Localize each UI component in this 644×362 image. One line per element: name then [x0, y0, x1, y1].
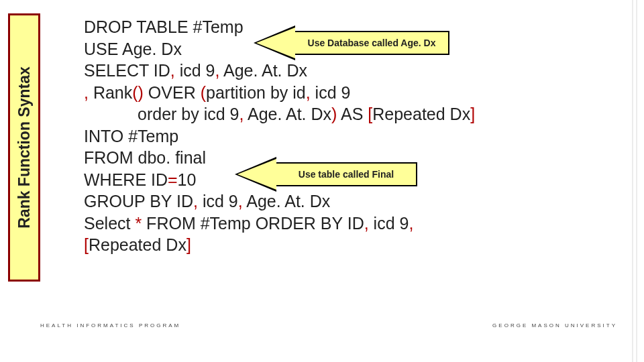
- code-line: [Repeated Dx]: [84, 234, 621, 256]
- punct-comma: ,: [193, 192, 198, 210]
- code-text: Select: [84, 214, 135, 233]
- punct-comma: ,: [409, 214, 413, 233]
- code-line: order by icd 9, Age. At. Dx) AS [Repeate…: [84, 103, 621, 125]
- code-line: SELECT ID, icd 9, Age. At. Dx: [84, 60, 621, 82]
- right-margin-decor: [631, 0, 644, 362]
- code-text: order by icd 9: [138, 105, 239, 123]
- code-text: DROP TABLE #Temp: [84, 17, 244, 36]
- code-text: WHERE ID: [84, 170, 168, 189]
- code-text: icd 9: [198, 192, 238, 210]
- punct-bracket: ]: [186, 235, 191, 254]
- punct-bracket: [: [84, 235, 89, 254]
- punct-paren: (: [201, 83, 206, 102]
- punct-comma: ,: [238, 192, 243, 210]
- side-label-text: Rank Function Syntax: [15, 66, 34, 229]
- code-line: INTO #Temp: [84, 125, 621, 147]
- callout-arrow-database: Use Database called Age. Dx: [254, 25, 455, 60]
- punct-comma: ,: [170, 61, 175, 80]
- code-text: FROM #Temp ORDER BY ID: [142, 214, 364, 233]
- code-line: Select * FROM #Temp ORDER BY ID, icd 9,: [84, 213, 621, 235]
- punct-paren: (): [132, 83, 144, 102]
- footer-left: HEALTH INFORMATICS PROGRAM: [40, 322, 180, 328]
- code-text: 10: [178, 170, 197, 189]
- side-label-box: Rank Function Syntax: [8, 13, 40, 282]
- code-text: icd 9: [311, 83, 351, 102]
- arrow-head-fill: [237, 159, 276, 190]
- code-text: Repeated Dx: [89, 235, 186, 254]
- punct-comma: ,: [306, 83, 311, 102]
- code-line: , Rank() OVER (partition by id, icd 9: [84, 82, 621, 104]
- code-line: GROUP BY ID, icd 9, Age. At. Dx: [84, 190, 621, 213]
- code-text: Age. At. Dx: [219, 61, 307, 80]
- code-text: GROUP BY ID: [84, 192, 193, 210]
- arrow-head-fill: [256, 27, 295, 58]
- punct-comma: ,: [364, 214, 369, 233]
- callout-label: Use table called Final: [276, 162, 417, 186]
- code-text: INTO #Temp: [84, 127, 178, 145]
- code-text: icd 9: [175, 61, 215, 80]
- code-text: USE Age. Dx: [84, 40, 182, 58]
- code-text: AS: [337, 105, 368, 123]
- punct-comma: ,: [84, 83, 89, 102]
- slide: Rank Function Syntax DROP TABLE #Temp US…: [0, 0, 644, 362]
- code-text: Rank: [89, 83, 132, 102]
- punct-eq: =: [168, 170, 178, 189]
- callout-label: Use Database called Age. Dx: [295, 31, 449, 55]
- code-text: OVER: [144, 83, 201, 102]
- code-text: FROM dbo. final: [84, 148, 206, 167]
- code-text: Repeated Dx: [372, 105, 470, 123]
- punct-bracket: ]: [470, 105, 475, 123]
- callout-arrow-table: Use table called Final: [235, 157, 423, 192]
- code-text: partition by id: [206, 83, 306, 102]
- code-text: icd 9: [369, 214, 409, 233]
- footer-right: GEORGE MASON UNIVERSITY: [492, 322, 617, 328]
- code-text: SELECT ID: [84, 61, 170, 80]
- punct-star: *: [135, 214, 142, 233]
- code-text: Age. At. Dx: [244, 105, 331, 123]
- code-text: Age. At. Dx: [243, 192, 331, 210]
